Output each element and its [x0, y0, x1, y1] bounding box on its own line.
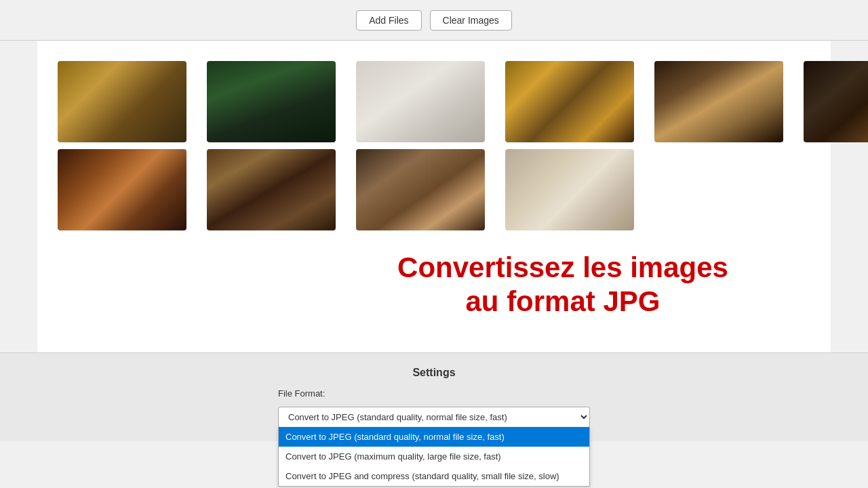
dropdown-open: Convert to JPEG (standard quality, norma…: [278, 427, 590, 487]
dropdown-item-standard[interactable]: Convert to JPEG (standard quality, norma…: [279, 427, 589, 447]
dropdown-item-compress[interactable]: Convert to JPEG and compress (standard q…: [279, 466, 589, 486]
main-content: Convertissez les images au format JPG: [37, 41, 831, 352]
promo-text-block: Convertissez les images au format JPG: [295, 237, 831, 326]
file-format-label: File Format:: [278, 388, 325, 399]
thumbnail: [654, 61, 783, 142]
add-files-button[interactable]: Add Files: [356, 10, 421, 30]
settings-section: Settings File Format: Convert to JPEG (s…: [0, 352, 868, 441]
promo-line-1: Convertissez les images: [295, 251, 831, 285]
thumbnail: [356, 61, 485, 142]
images-grid: [37, 54, 868, 237]
thumbnail: [207, 61, 336, 142]
thumbnail: [505, 61, 634, 142]
dropdown-item-maximum[interactable]: Convert to JPEG (maximum quality, large …: [279, 447, 589, 466]
image-row-2: [58, 149, 868, 230]
promo-line-2: au format JPG: [295, 285, 831, 319]
thumbnail: [804, 61, 868, 142]
thumbnail: [505, 149, 634, 230]
thumbnail: [58, 149, 186, 230]
thumbnail: [58, 61, 186, 142]
settings-form: File Format: Convert to JPEG (standard q…: [278, 388, 590, 428]
clear-images-button[interactable]: Clear Images: [430, 10, 512, 30]
thumbnail: [207, 149, 336, 230]
image-row-1: [58, 61, 868, 142]
top-bar: Add Files Clear Images: [0, 0, 868, 41]
settings-title: Settings: [412, 367, 455, 379]
thumbnail: [356, 149, 485, 230]
format-select-wrapper: Convert to JPEG (standard quality, norma…: [278, 407, 590, 428]
format-select[interactable]: Convert to JPEG (standard quality, norma…: [278, 407, 590, 428]
